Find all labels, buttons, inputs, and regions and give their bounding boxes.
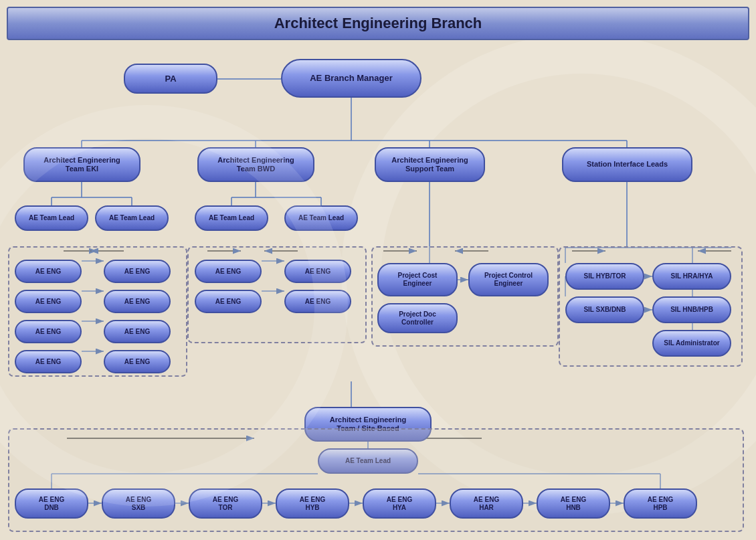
bwd-eng-2a: AE ENG — [195, 290, 262, 313]
ae-har-node: AE ENG HAR — [450, 488, 523, 519]
branch-manager-node: AE Branch Manager — [281, 59, 421, 98]
ae-bwd-node: Architect Engineering Team BWD — [197, 147, 314, 182]
ae-tl-bwd1-node: AE Team Lead — [195, 205, 268, 231]
ae-eki-node: Architect Engineering Team EKI — [23, 147, 140, 182]
ae-hyb-node: AE ENG HYB — [276, 488, 349, 519]
eki-eng-1a: AE ENG — [15, 260, 82, 283]
sil-admin-node: SIL Administrator — [652, 330, 731, 357]
ae-hya-node: AE ENG HYA — [363, 488, 436, 519]
eki-eng-2a: AE ENG — [15, 290, 82, 313]
pa-node: PA — [124, 64, 217, 94]
eki-eng-4a: AE ENG — [15, 350, 82, 373]
sil-hnb-hpb-node: SIL HNB/HPB — [652, 296, 731, 323]
ae-support-node: Architect Engineering Support Team — [375, 147, 485, 182]
sil-hyb-tor-node: SIL HYB/TOR — [565, 263, 644, 290]
proj-doc-node: Project Doc Controller — [377, 303, 458, 333]
title-bar: Architect Engineering Branch — [7, 7, 749, 40]
eki-eng-3a: AE ENG — [15, 320, 82, 343]
bwd-eng-1a: AE ENG — [195, 260, 262, 283]
ae-tl-eki1-node: AE Team Lead — [15, 205, 88, 231]
sil-sxb-dnb-node: SIL SXB/DNB — [565, 296, 644, 323]
eki-eng-1b: AE ENG — [104, 260, 171, 283]
ae-tl-bwd2-node: AE Team Lead — [284, 205, 358, 231]
ae-tor-node: AE ENG TOR — [189, 488, 262, 519]
ae-tl-eki2-node: AE Team Lead — [95, 205, 169, 231]
ae-sxb-node: AE ENG SXB — [102, 488, 175, 519]
eki-eng-2b: AE ENG — [104, 290, 171, 313]
ae-dnb-node: AE ENG DNB — [15, 488, 88, 519]
bwd-eng-1b: AE ENG — [284, 260, 351, 283]
station-leads-node: Station Interface Leads — [562, 147, 692, 182]
ae-hnb-node: AE ENG HNB — [537, 488, 610, 519]
page-title: Architect Engineering Branch — [274, 15, 482, 32]
sil-hra-hya-node: SIL HRA/HYA — [652, 263, 731, 290]
bwd-eng-2b: AE ENG — [284, 290, 351, 313]
eki-eng-3b: AE ENG — [104, 320, 171, 343]
ae-hpb-node: AE ENG HPB — [624, 488, 697, 519]
proj-cost-node: Project Cost Engineer — [377, 263, 458, 296]
proj-control-node: Project Control Engineer — [468, 263, 549, 296]
eki-eng-4b: AE ENG — [104, 350, 171, 373]
